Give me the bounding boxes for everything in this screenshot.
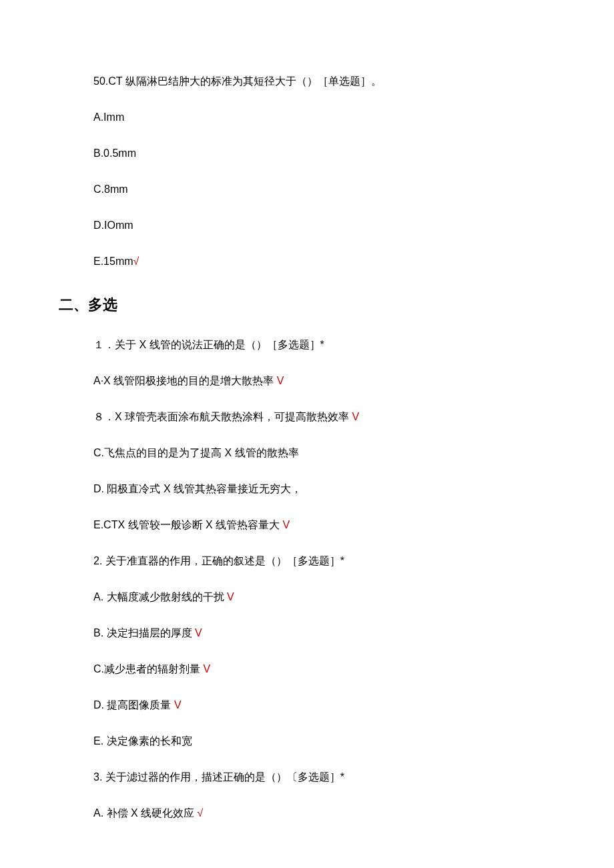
q3-option-a-text: A. 补偿 X 线硬化效应	[93, 807, 198, 819]
q2-option-e: E. 决定像素的长和宽	[93, 733, 561, 749]
q50-option-e: E.15mm√	[93, 254, 561, 270]
section-2-content: １．关于 X 线管的说法正确的是（）［多选题］* A·X 线管阳极接地的目的是增…	[0, 337, 614, 821]
check-mark-icon: V	[192, 627, 202, 638]
q2-stem: 2. 关于准直器的作用，正确的叙述是（）［多选题］*	[93, 553, 561, 569]
q3-stem: 3. 关于滤过器的作用，描述正确的是（）〔多选题］*	[93, 769, 561, 785]
check-mark-icon: V	[200, 663, 210, 675]
q2-option-d-text: D. 提高图像质量	[93, 699, 171, 711]
q2-option-a-text: A. 大幅度减少散射线的干扰	[93, 591, 224, 602]
q1-option-c: C.飞焦点的目的是为了提高 X 线管的散热率	[93, 445, 561, 461]
document-content: 50.CT 纵隔淋巴结肿大的标准为其短径大于（）［单选题］。 A.Imm B.0…	[0, 73, 614, 270]
q50-option-e-text: E.15mm	[93, 256, 133, 267]
q50-option-b: B.0.5mm	[93, 145, 561, 161]
q1-option-a: A·X 线管阳极接地的目的是增大散热率 V	[93, 373, 561, 389]
q1-option-e: E.CTX 线管较一般诊断 X 线管热容量大 V	[93, 517, 561, 533]
q50-option-a: A.Imm	[93, 109, 561, 125]
q2-option-c-text: C.减少患者的辐射剂量	[93, 663, 200, 675]
check-mark-icon: V	[274, 375, 284, 386]
q50-stem: 50.CT 纵隔淋巴结肿大的标准为其短径大于（）［单选题］。	[93, 73, 561, 89]
check-mark-icon: √	[133, 256, 139, 267]
q2-option-b-text: B. 决定扫描层的厚度	[93, 627, 192, 638]
check-mark-icon: V	[171, 699, 181, 711]
check-mark-icon: V	[349, 411, 359, 422]
q50-option-c: C.8mm	[93, 181, 561, 197]
q1-option-d: D. 阳极直冷式 X 线管其热容量接近无穷大，	[93, 481, 561, 497]
q2-option-d: D. 提高图像质量 V	[93, 697, 561, 713]
q1-option-b: ８．X 球管壳表面涂布航天散热涂料，可提高散热效率 V	[93, 409, 561, 425]
q2-option-b: B. 决定扫描层的厚度 V	[93, 625, 561, 641]
q50-option-d: D.IOmm	[93, 218, 561, 234]
q1-option-e-text: E.CTX 线管较一般诊断 X 线管热容量大	[93, 519, 280, 530]
check-mark-icon: √	[198, 807, 204, 819]
q3-option-a: A. 补偿 X 线硬化效应 √	[93, 805, 561, 821]
q2-option-c: C.减少患者的辐射剂量 V	[93, 661, 561, 677]
check-mark-icon: V	[280, 519, 290, 530]
check-mark-icon: V	[224, 591, 234, 602]
section-2-heading: 二、多选	[0, 294, 614, 316]
q1-option-b-text: ８．X 球管壳表面涂布航天散热涂料，可提高散热效率	[93, 411, 349, 422]
q1-stem: １．关于 X 线管的说法正确的是（）［多选题］*	[93, 337, 561, 353]
q1-option-a-text: A·X 线管阳极接地的目的是增大散热率	[93, 375, 274, 386]
q2-option-a: A. 大幅度减少散射线的干扰 V	[93, 589, 561, 605]
